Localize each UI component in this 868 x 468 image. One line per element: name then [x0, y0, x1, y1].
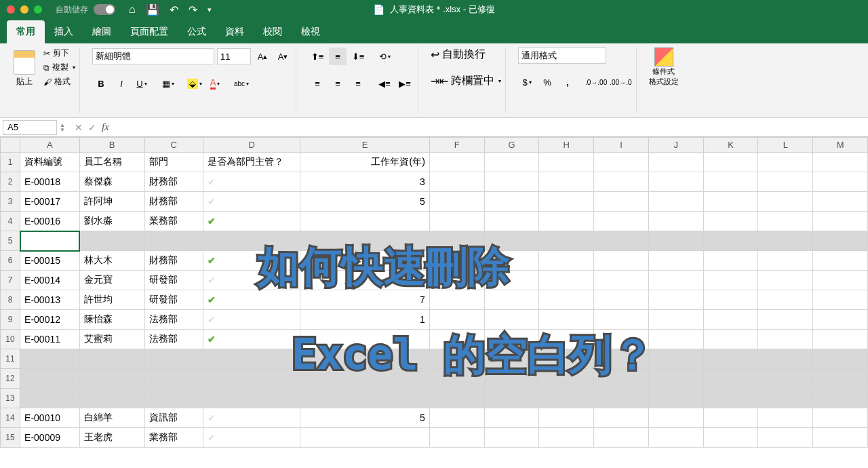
cell[interactable]: ✔: [203, 251, 300, 271]
cell[interactable]: 財務部: [144, 172, 203, 192]
cell[interactable]: [813, 172, 868, 192]
cell[interactable]: 許世均: [79, 290, 144, 310]
cell[interactable]: [813, 330, 868, 349]
cell[interactable]: [300, 251, 429, 271]
align-center-button[interactable]: ≡: [329, 75, 347, 92]
cell[interactable]: [703, 290, 758, 310]
font-color-button[interactable]: A▾: [206, 75, 224, 92]
cell[interactable]: [703, 153, 758, 172]
cell[interactable]: [539, 349, 594, 369]
cell[interactable]: [484, 428, 539, 448]
cell[interactable]: E-00015: [20, 251, 80, 271]
cell[interactable]: [429, 231, 484, 251]
cell[interactable]: [484, 369, 539, 389]
minimize-window-button[interactable]: [20, 5, 28, 14]
bold-button[interactable]: B: [92, 75, 110, 92]
cell[interactable]: 5: [300, 192, 429, 212]
cell[interactable]: [484, 290, 539, 310]
header-cell[interactable]: 部門: [144, 153, 203, 172]
cell[interactable]: [758, 310, 813, 330]
copy-button[interactable]: ⧉複製▾: [43, 62, 75, 73]
tab-insert[interactable]: 插入: [45, 20, 83, 43]
cell[interactable]: [594, 330, 649, 349]
cell[interactable]: ✔: [203, 310, 300, 330]
col-header-K[interactable]: K: [703, 138, 758, 153]
maximize-window-button[interactable]: [34, 5, 42, 14]
tab-draw[interactable]: 繪圖: [83, 20, 121, 43]
cell[interactable]: [813, 408, 868, 428]
tab-view[interactable]: 檢視: [292, 20, 330, 43]
cell[interactable]: 5: [300, 408, 429, 428]
cell[interactable]: [594, 153, 649, 172]
cell[interactable]: [20, 349, 80, 369]
col-header-B[interactable]: B: [79, 138, 144, 153]
cell[interactable]: 財務部: [144, 192, 203, 212]
col-header-E[interactable]: E: [300, 138, 429, 153]
cell[interactable]: [429, 192, 484, 212]
cell[interactable]: [758, 428, 813, 448]
conditional-format-button[interactable]: 條件式 格式設定: [649, 47, 679, 87]
close-window-button[interactable]: [7, 5, 15, 14]
cell[interactable]: [813, 212, 868, 231]
cell[interactable]: [813, 290, 868, 310]
cell[interactable]: 法務部: [144, 310, 203, 330]
decrease-decimal-button[interactable]: .00→.0: [610, 73, 631, 91]
cell[interactable]: [144, 349, 203, 369]
cell[interactable]: 金元寶: [79, 271, 144, 290]
undo-icon[interactable]: ↶: [170, 3, 178, 16]
cell[interactable]: 王老虎: [79, 428, 144, 448]
cell[interactable]: [484, 310, 539, 330]
cell[interactable]: [648, 251, 703, 271]
cell[interactable]: [79, 231, 144, 251]
cell[interactable]: [429, 153, 484, 172]
cell[interactable]: ✔: [203, 330, 300, 349]
cell[interactable]: [300, 231, 429, 251]
cell[interactable]: E-00014: [20, 271, 80, 290]
cell[interactable]: 法務部: [144, 330, 203, 349]
cell[interactable]: [594, 369, 649, 389]
col-header-I[interactable]: I: [594, 138, 649, 153]
cell[interactable]: [144, 231, 203, 251]
cell[interactable]: [703, 271, 758, 290]
row-header-9[interactable]: 9: [1, 310, 20, 330]
col-header-J[interactable]: J: [648, 138, 703, 153]
cell[interactable]: [648, 153, 703, 172]
row-header-15[interactable]: 15: [1, 428, 20, 448]
col-header-L[interactable]: L: [758, 138, 813, 153]
cell[interactable]: [79, 349, 144, 369]
cell[interactable]: [203, 389, 300, 408]
cell[interactable]: [758, 251, 813, 271]
row-header-13[interactable]: 13: [1, 389, 20, 408]
cell[interactable]: E-00016: [20, 212, 80, 231]
cell[interactable]: [300, 369, 429, 389]
cell[interactable]: [539, 310, 594, 330]
cell[interactable]: [79, 369, 144, 389]
increase-indent-button[interactable]: ▶≡: [396, 75, 414, 92]
cell[interactable]: [429, 369, 484, 389]
cell[interactable]: [300, 428, 429, 448]
cell[interactable]: [539, 192, 594, 212]
header-cell[interactable]: 是否為部門主管？: [203, 153, 300, 172]
cell[interactable]: [648, 349, 703, 369]
cell[interactable]: 陳怡森: [79, 310, 144, 330]
borders-button[interactable]: ▦▾: [159, 75, 177, 92]
cell[interactable]: [813, 428, 868, 448]
tab-page-layout[interactable]: 頁面配置: [121, 20, 178, 43]
cell[interactable]: [429, 389, 484, 408]
cell[interactable]: [758, 212, 813, 231]
cell[interactable]: 許阿坤: [79, 192, 144, 212]
cell[interactable]: [758, 153, 813, 172]
cell[interactable]: E-00013: [20, 290, 80, 310]
cell[interactable]: 林大木: [79, 251, 144, 271]
cell[interactable]: [813, 349, 868, 369]
cell[interactable]: [429, 330, 484, 349]
formula-input[interactable]: [115, 120, 868, 135]
cell[interactable]: [539, 369, 594, 389]
wrap-text-button[interactable]: ↩自動換行: [431, 47, 501, 62]
cell[interactable]: [594, 231, 649, 251]
cell[interactable]: [484, 408, 539, 428]
cell[interactable]: [813, 310, 868, 330]
italic-button[interactable]: I: [113, 75, 130, 92]
cell[interactable]: 1: [300, 310, 429, 330]
col-header-C[interactable]: C: [144, 138, 203, 153]
